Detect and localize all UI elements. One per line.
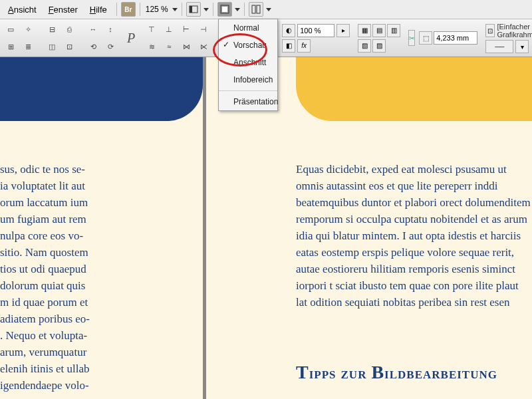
svg-rect-5 <box>257 5 260 13</box>
screen-mode-dropdown: Normal Vorschau Anschnitt Infobereich Pr… <box>218 19 278 111</box>
dropdown-item-vorschau[interactable]: Vorschau <box>219 37 277 54</box>
align-icon[interactable]: ≈ <box>161 39 177 55</box>
align-icon[interactable]: ≋ <box>144 39 160 55</box>
tool-icon[interactable]: ⟲ <box>85 39 101 55</box>
tool-group-3: ↔ ↕ ⟲ ⟳ <box>85 21 118 55</box>
separator <box>219 90 277 91</box>
screen-mode-group <box>217 2 240 17</box>
menu-fenster[interactable]: Fenster <box>43 2 83 17</box>
opacity-field[interactable]: 100 % <box>297 24 334 37</box>
opacity-icon[interactable]: ◐ <box>282 24 295 37</box>
tool-icon[interactable]: ⎙ <box>61 21 77 37</box>
svg-rect-1 <box>190 6 192 13</box>
view-options-group <box>186 2 209 17</box>
align-icon[interactable]: ⊤ <box>144 21 160 37</box>
svg-rect-4 <box>252 5 255 13</box>
wrap-icon[interactable]: ▨ <box>372 39 386 53</box>
wrap-group: ▦ ▤ ▥ ▧ ▨ <box>358 24 400 53</box>
measure-group: ⬚ 4,233 mm <box>419 31 477 45</box>
chevron-down-icon[interactable] <box>266 8 271 11</box>
align-icon[interactable]: ⊥ <box>161 21 177 37</box>
screen-mode-button[interactable] <box>217 2 232 17</box>
separator <box>140 3 140 16</box>
dropdown-item-infobereich[interactable]: Infobereich <box>219 71 277 88</box>
style-group: ⊡ [Einfacher Grafikrahmen]+ ▾ ── ▾ <box>485 23 532 53</box>
tool-group-2: ⊟ ⎙ ◫ ⊡ <box>44 21 77 55</box>
crop-icon[interactable]: ✂ <box>408 30 415 46</box>
tool-group-1: ▭ ✧ ⊞ ≣ <box>3 21 36 55</box>
character-panel-icon[interactable]: P <box>126 28 136 48</box>
tool-icon[interactable]: ≣ <box>20 39 36 55</box>
section-heading: Tipps zur Bildbearbeitung <box>296 362 497 383</box>
dropdown-item-normal[interactable]: Normal <box>219 19 277 37</box>
body-text-left: sus, odic te nos se- ia voluptatet lit a… <box>0 161 191 394</box>
align-icon[interactable]: ⋉ <box>196 39 211 55</box>
effects-icon[interactable]: ◧ <box>282 39 295 53</box>
tool-icon[interactable]: ↔ <box>85 21 101 37</box>
stroke-style[interactable]: ── <box>485 40 513 53</box>
arrange-group <box>249 2 271 17</box>
view-opt-1[interactable] <box>186 2 201 17</box>
tool-icon[interactable]: ↕ <box>102 21 118 37</box>
menu-hilfe[interactable]: Hilfe <box>84 2 112 17</box>
body-text-right: Equas dicidebit, exped eat molesci psusa… <box>296 161 532 311</box>
align-icon[interactable]: ⋈ <box>178 39 194 55</box>
tool-icon[interactable]: ▭ <box>3 21 19 37</box>
wrap-icon[interactable]: ▤ <box>372 24 386 37</box>
graphic-frame-label[interactable]: [Einfacher Grafikrahmen]+ <box>497 23 532 39</box>
svg-rect-3 <box>222 7 227 12</box>
separator <box>213 3 213 16</box>
bridge-button[interactable]: Br <box>121 2 136 17</box>
header-shape-blue <box>0 56 203 121</box>
measure-field[interactable]: 4,233 mm <box>434 31 477 45</box>
align-icon[interactable]: ⊣ <box>196 21 211 37</box>
header-shape-yellow <box>296 56 532 121</box>
menubar: Ansicht Fenster Hilfe Br 125 % <box>0 0 532 19</box>
dropdown-item-praesentation[interactable]: Präsentation <box>219 93 277 110</box>
separator <box>182 3 182 16</box>
align-icon[interactable]: ⊢ <box>178 21 194 37</box>
separator <box>244 3 245 16</box>
tool-icon[interactable]: ✧ <box>20 21 36 37</box>
align-group: ⊤ ⊥ ⊢ ⊣ ≋ ≈ ⋈ ⋉ <box>144 21 211 55</box>
chevron-right-icon[interactable]: ▸ <box>336 24 350 37</box>
chevron-down-icon[interactable] <box>203 8 209 11</box>
arrange-button[interactable] <box>249 2 263 17</box>
tool-icon[interactable]: ⊡ <box>61 39 77 55</box>
zoom-level[interactable]: 125 % <box>146 5 168 14</box>
chevron-down-icon[interactable]: ▾ <box>515 40 529 53</box>
page-left[interactable]: sus, odic te nos se- ia voluptatet lit a… <box>0 56 203 399</box>
chevron-down-icon[interactable] <box>235 8 240 11</box>
fx-button[interactable]: fx <box>297 39 311 53</box>
wrap-icon[interactable]: ▧ <box>358 39 371 53</box>
tool-icon[interactable]: ◫ <box>44 39 60 55</box>
separator <box>116 3 117 16</box>
menu-ansicht[interactable]: Ansicht <box>3 2 42 17</box>
frame-icon[interactable]: ⊡ <box>485 24 495 37</box>
wrap-icon[interactable]: ▦ <box>358 24 371 37</box>
tool-icon[interactable]: ⊟ <box>44 21 60 37</box>
link-icon[interactable]: ⬚ <box>419 31 432 45</box>
tool-icon[interactable]: ⊞ <box>3 39 19 55</box>
wrap-icon[interactable]: ▥ <box>387 24 400 37</box>
dropdown-item-anschnitt[interactable]: Anschnitt <box>219 54 277 71</box>
tool-icon[interactable]: ⟳ <box>102 39 118 55</box>
fx-group: ◐ 100 % ▸ ◧ fx <box>282 24 350 53</box>
chevron-down-icon[interactable] <box>172 8 178 11</box>
